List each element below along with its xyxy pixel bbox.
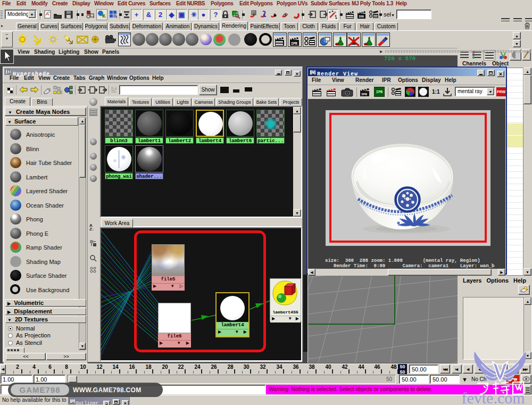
svg-text:IPR: IPR: [361, 93, 367, 96]
svg-text:IPR: IPR: [359, 15, 364, 19]
svg-text:fevte.com: fevte.com: [461, 389, 525, 405]
svg-text:IPR: IPR: [291, 42, 297, 46]
